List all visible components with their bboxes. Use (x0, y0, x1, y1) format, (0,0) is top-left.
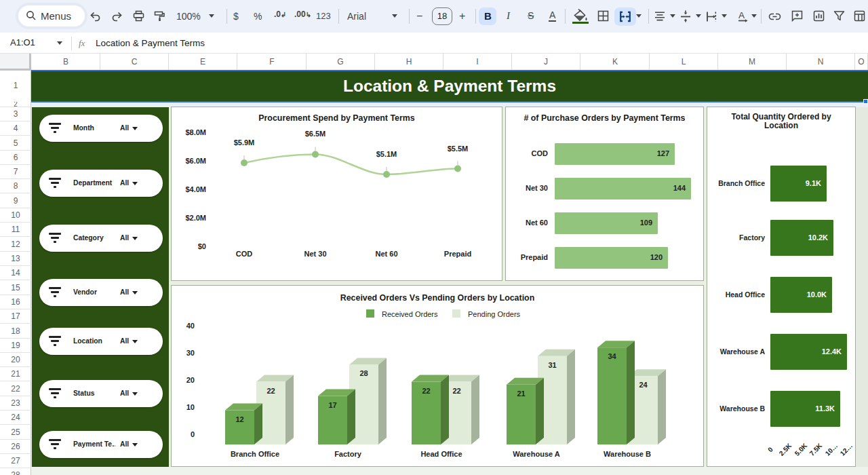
svg-text:fx: fx (79, 38, 85, 48)
svg-text:A: A (738, 10, 745, 20)
